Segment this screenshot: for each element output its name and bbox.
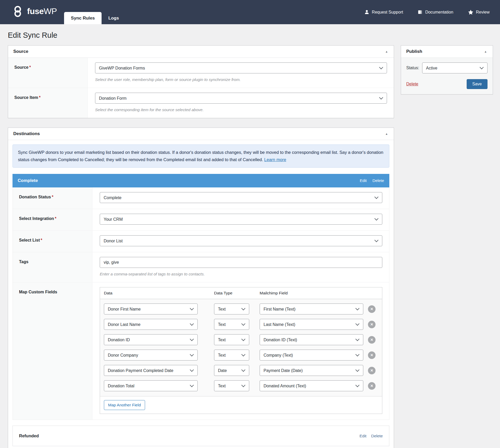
integration-field: Your CRM bbox=[92, 209, 389, 230]
page-title: Edit Sync Rule bbox=[8, 24, 493, 45]
tags-field: Enter a comma-separated list of tags to … bbox=[92, 252, 389, 282]
map-table-footer: Map Another Field bbox=[100, 396, 382, 414]
map-data-select[interactable]: Donation Total bbox=[104, 380, 198, 391]
delete-rule-link[interactable]: Delete bbox=[406, 82, 418, 86]
refunded-edit-link[interactable]: Edit bbox=[359, 434, 366, 438]
status-select-wrap: Active bbox=[422, 62, 488, 73]
form-row-map-fields: Map Custom Fields Data Data Type Mailchi… bbox=[13, 282, 389, 420]
remove-field-button[interactable]: ✕ bbox=[368, 367, 376, 374]
map-fields-label-text: Map Custom Fields bbox=[19, 290, 57, 294]
map-data-select[interactable]: Donation Payment Completed Date bbox=[104, 365, 198, 376]
top-navbar: fuseWP Sync Rules Logs Request Support D… bbox=[0, 0, 500, 24]
map-mailchimp-select[interactable]: Donation ID (Text) bbox=[260, 334, 363, 345]
source-helper-text: Select the user role, membership plan, f… bbox=[95, 77, 387, 82]
tags-input[interactable] bbox=[100, 257, 382, 268]
source-panel-title: Source bbox=[13, 49, 28, 54]
destinations-panel-title: Destinations bbox=[13, 131, 40, 136]
destinations-info-text: Sync GiveWP donors to your email marketi… bbox=[18, 150, 383, 162]
map-data-select[interactable]: Donor First Name bbox=[104, 304, 198, 314]
brand: fuseWP bbox=[12, 5, 57, 19]
source-field: GiveWP Donation Forms Select the user ro… bbox=[88, 58, 394, 88]
source-item-select[interactable]: Donation Form bbox=[95, 93, 387, 104]
map-type-select[interactable]: Text bbox=[214, 304, 249, 314]
donation-status-select[interactable]: Complete bbox=[100, 192, 382, 203]
publish-panel-header: Publish ▲ bbox=[401, 46, 493, 58]
integration-select-wrap: Your CRM bbox=[100, 214, 382, 225]
map-data-select-wrap: Donation Payment Completed Date bbox=[104, 365, 198, 376]
map-data-select-wrap: Donor Company bbox=[104, 350, 198, 361]
form-row-source: Source* GiveWP Donation Forms Select the… bbox=[8, 58, 394, 88]
list-select[interactable]: Donor List bbox=[100, 235, 382, 246]
remove-field-button[interactable]: ✕ bbox=[368, 321, 376, 328]
review-link[interactable]: Review bbox=[468, 10, 490, 15]
map-field-row: Donor Last Name Text Last Name (Text) ✕ bbox=[104, 319, 378, 330]
map-mailchimp-select[interactable]: Payment Date (Date) bbox=[260, 365, 363, 376]
form-row-list: Select List* Donor List bbox=[13, 231, 389, 252]
map-type-select-wrap: Text bbox=[214, 380, 249, 391]
remove-field-button[interactable]: ✕ bbox=[368, 305, 376, 313]
review-label: Review bbox=[476, 10, 490, 15]
select-list-field: Donor List bbox=[92, 231, 389, 252]
map-field-row: Donation Total Text Donated Amount (Text… bbox=[104, 380, 378, 391]
destinations-panel-header: Destinations ▲ bbox=[8, 128, 394, 140]
map-mailchimp-select[interactable]: Donated Amount (Text) bbox=[260, 380, 363, 391]
remove-field-button[interactable]: ✕ bbox=[368, 336, 376, 344]
tags-helper-text: Enter a comma-separated list of tags to … bbox=[100, 272, 382, 276]
map-mailchimp-select[interactable]: Last Name (Text) bbox=[260, 319, 363, 330]
map-mailchimp-select-wrap: Donated Amount (Text) bbox=[260, 380, 363, 391]
refunded-delete-link[interactable]: Delete bbox=[371, 434, 383, 438]
map-type-select[interactable]: Text bbox=[214, 380, 249, 391]
map-mailchimp-select[interactable]: Company (Text) bbox=[260, 350, 363, 361]
required-mark: * bbox=[52, 195, 53, 199]
integration-select[interactable]: Your CRM bbox=[100, 214, 382, 225]
learn-more-link[interactable]: Learn more bbox=[264, 157, 286, 162]
destinations-body: Sync GiveWP donors to your email marketi… bbox=[8, 140, 394, 448]
donation-status-field: Complete bbox=[92, 187, 389, 209]
map-data-select-wrap: Donor Last Name bbox=[104, 319, 198, 330]
destinations-info-box: Sync GiveWP donors to your email marketi… bbox=[12, 144, 389, 168]
documentation-link[interactable]: Documentation bbox=[418, 10, 453, 15]
map-type-select[interactable]: Text bbox=[214, 334, 249, 345]
tags-label: Tags bbox=[13, 252, 92, 282]
map-data-select[interactable]: Donor Last Name bbox=[104, 319, 198, 330]
tab-sync-rules[interactable]: Sync Rules bbox=[64, 12, 102, 24]
request-support-link[interactable]: Request Support bbox=[364, 10, 403, 15]
map-mailchimp-select[interactable]: First Name (Text) bbox=[260, 304, 363, 314]
donation-status-select-wrap: Complete bbox=[100, 192, 382, 203]
tab-logs[interactable]: Logs bbox=[102, 12, 126, 24]
status-row: Status: Active bbox=[406, 62, 488, 73]
collapse-toggle-icon[interactable]: ▲ bbox=[384, 49, 389, 54]
complete-delete-link[interactable]: Delete bbox=[372, 178, 384, 183]
brand-bold: fuse bbox=[27, 7, 44, 16]
integration-label-text: Select Integration bbox=[19, 216, 54, 221]
map-another-field-button[interactable]: Map Another Field bbox=[104, 400, 145, 410]
source-panel: Source ▲ Source* GiveWP Donation Forms S… bbox=[8, 45, 394, 118]
map-fields-area: Data Data Type Mailchimp Field Donor Fir… bbox=[92, 282, 389, 420]
destinations-panel: Destinations ▲ Sync GiveWP donors to you… bbox=[8, 128, 394, 448]
request-support-label: Request Support bbox=[372, 10, 403, 15]
map-type-select[interactable]: Text bbox=[214, 350, 249, 361]
map-type-select[interactable]: Text bbox=[214, 319, 249, 330]
map-header-data: Data bbox=[104, 291, 214, 295]
map-data-select[interactable]: Donation ID bbox=[104, 334, 198, 345]
map-type-select[interactable]: Date bbox=[214, 365, 249, 376]
required-mark: * bbox=[55, 216, 56, 221]
remove-field-button[interactable]: ✕ bbox=[368, 351, 376, 359]
collapse-toggle-icon[interactable]: ▲ bbox=[384, 131, 389, 136]
user-icon bbox=[364, 10, 369, 15]
required-mark: * bbox=[41, 238, 42, 242]
form-row-source-item: Source Item* Donation Form Select the co… bbox=[8, 88, 394, 118]
status-select[interactable]: Active bbox=[422, 62, 488, 73]
complete-section-header: Complete Edit Delete bbox=[12, 174, 389, 187]
map-data-select-wrap: Donation ID bbox=[104, 334, 198, 345]
remove-field-button[interactable]: ✕ bbox=[368, 382, 376, 390]
map-type-select-wrap: Text bbox=[214, 304, 249, 314]
source-select[interactable]: GiveWP Donation Forms bbox=[95, 62, 387, 73]
map-data-select[interactable]: Donor Company bbox=[104, 350, 198, 361]
complete-edit-link[interactable]: Edit bbox=[360, 178, 367, 183]
map-rows: Donor First Name Text First Name (Text) … bbox=[100, 299, 382, 396]
select-list-label-text: Select List bbox=[19, 238, 40, 242]
collapse-toggle-icon[interactable]: ▲ bbox=[483, 49, 488, 54]
source-label: Source* bbox=[8, 58, 88, 88]
save-button[interactable]: Save bbox=[467, 79, 488, 89]
